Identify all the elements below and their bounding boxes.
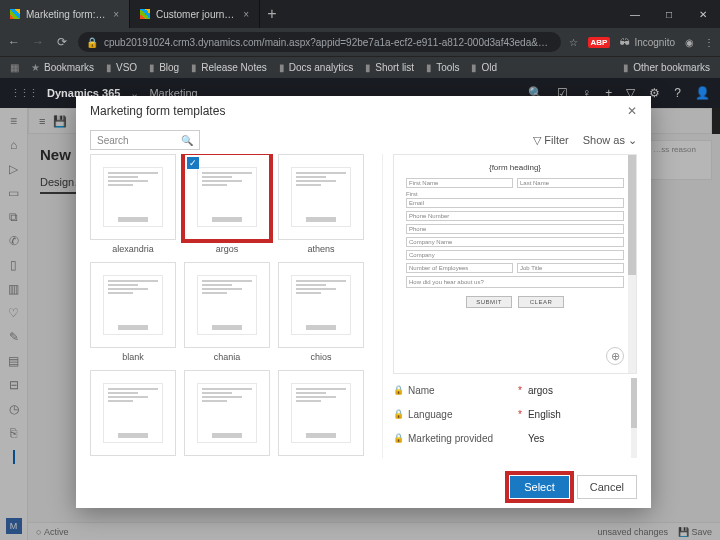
url-input[interactable]: 🔒 cpub20191024.crm3.dynamics.com/main.as… bbox=[78, 32, 561, 52]
showas-label: Show as bbox=[583, 134, 625, 146]
template-card[interactable]: chios bbox=[278, 262, 364, 362]
star-icon[interactable]: ☆ bbox=[569, 37, 578, 48]
template-thumb bbox=[90, 154, 176, 240]
incognito-icon: 🕶 bbox=[620, 37, 630, 48]
preview-field: Last Name bbox=[517, 178, 624, 188]
preview-field: Job Title bbox=[517, 263, 624, 273]
tab-close-icon[interactable]: × bbox=[243, 9, 249, 20]
forward-icon[interactable]: → bbox=[30, 35, 46, 49]
funnel-icon: ▽ bbox=[533, 134, 541, 146]
template-card[interactable]: blank bbox=[90, 262, 176, 362]
new-tab-button[interactable]: + bbox=[260, 0, 284, 28]
bookmark-label: Other bookmarks bbox=[633, 62, 710, 73]
browser-tab[interactable]: Customer journey: Information: × bbox=[130, 0, 260, 28]
tab-title: Marketing form: Information: Ne bbox=[26, 9, 107, 20]
template-label: athens bbox=[307, 244, 334, 254]
template-card[interactable]: ✓argos bbox=[184, 154, 270, 254]
favicon-icon bbox=[10, 9, 20, 19]
scrollbar-thumb[interactable] bbox=[631, 378, 637, 428]
back-icon[interactable]: ← bbox=[6, 35, 22, 49]
lock-icon: 🔒 bbox=[393, 385, 404, 395]
bookmark-item[interactable]: ▮Docs analytics bbox=[275, 62, 357, 73]
property-value[interactable]: Yes bbox=[528, 433, 544, 444]
star-icon: ★ bbox=[31, 62, 40, 73]
browser-tabstrip: Marketing form: Information: Ne × Custom… bbox=[0, 0, 720, 28]
filter-label: Filter bbox=[544, 134, 568, 146]
scrollbar[interactable] bbox=[628, 155, 636, 373]
filter-button[interactable]: ▽ Filter bbox=[533, 134, 569, 147]
bookmark-label: Short list bbox=[375, 62, 414, 73]
waffle-icon[interactable]: ⋮⋮⋮ bbox=[10, 87, 37, 100]
favicon-icon bbox=[140, 9, 150, 19]
template-card[interactable]: athens bbox=[278, 154, 364, 254]
property-row: 🔒Marketing providedYes bbox=[393, 426, 637, 450]
scrollbar[interactable] bbox=[631, 378, 637, 458]
preview-canvas: {form heading} First NameLast Name First… bbox=[393, 154, 637, 374]
user-icon[interactable]: 👤 bbox=[695, 86, 710, 100]
template-card[interactable]: heraklion bbox=[184, 370, 270, 458]
template-thumb bbox=[278, 370, 364, 456]
menu-icon[interactable]: ⋮ bbox=[704, 37, 714, 48]
property-value[interactable]: English bbox=[528, 409, 561, 420]
folder-icon: ▮ bbox=[279, 62, 285, 73]
property-value[interactable]: argos bbox=[528, 385, 553, 396]
bookmark-item[interactable]: ▮Tools bbox=[422, 62, 463, 73]
cancel-button[interactable]: Cancel bbox=[577, 475, 637, 499]
bookmark-label: Tools bbox=[436, 62, 459, 73]
maximize-icon[interactable]: □ bbox=[652, 0, 686, 28]
minimize-icon[interactable]: — bbox=[618, 0, 652, 28]
template-thumb bbox=[278, 154, 364, 240]
scrollbar-thumb[interactable] bbox=[628, 155, 636, 275]
search-input[interactable]: Search 🔍 bbox=[90, 130, 200, 150]
template-label: chania bbox=[214, 352, 241, 362]
lock-icon: 🔒 bbox=[393, 433, 404, 443]
template-gallery: alexandria✓argosathensblankchaniachiosco… bbox=[90, 154, 372, 458]
browser-tab[interactable]: Marketing form: Information: Ne × bbox=[0, 0, 130, 28]
bookmark-label: Bookmarks bbox=[44, 62, 94, 73]
check-icon: ✓ bbox=[187, 157, 199, 169]
preview-field: First Name bbox=[406, 178, 513, 188]
template-thumb bbox=[184, 370, 270, 456]
preview-field: Phone bbox=[406, 224, 624, 234]
abp-icon[interactable]: ABP bbox=[588, 37, 611, 48]
tab-close-icon[interactable]: × bbox=[113, 9, 119, 20]
url-text: cpub20191024.crm3.dynamics.com/main.aspx… bbox=[104, 37, 553, 48]
profile-icon[interactable]: ◉ bbox=[685, 37, 694, 48]
close-icon[interactable]: ✕ bbox=[627, 104, 637, 118]
tab-title: Customer journey: Information: bbox=[156, 9, 237, 20]
bookmark-item[interactable]: ▮Old bbox=[467, 62, 501, 73]
other-bookmarks[interactable]: ▮Other bookmarks bbox=[619, 62, 714, 73]
template-modal: Marketing form templates ✕ Search 🔍 ▽ Fi… bbox=[76, 96, 651, 508]
template-card[interactable]: kalamata bbox=[278, 370, 364, 458]
bookmarks-bar: ▦ ★Bookmarks ▮VSO ▮Blog ▮Release Notes ▮… bbox=[0, 56, 720, 78]
reload-icon[interactable]: ⟳ bbox=[54, 35, 70, 49]
template-thumb bbox=[90, 262, 176, 348]
folder-icon: ▮ bbox=[191, 62, 197, 73]
preview-clear: CLEAR bbox=[518, 296, 564, 308]
template-card[interactable]: alexandria bbox=[90, 154, 176, 254]
bookmark-item[interactable]: ★Bookmarks bbox=[27, 62, 98, 73]
property-row: 🔒Language*English bbox=[393, 402, 637, 426]
preview-field: Company bbox=[406, 250, 624, 260]
template-thumb bbox=[90, 370, 176, 456]
bookmark-item[interactable]: ▮VSO bbox=[102, 62, 141, 73]
template-thumb bbox=[278, 262, 364, 348]
template-card[interactable]: chania bbox=[184, 262, 270, 362]
preview-label: First bbox=[406, 191, 624, 197]
bookmark-item[interactable]: ▮Blog bbox=[145, 62, 183, 73]
select-button[interactable]: Select bbox=[510, 476, 569, 498]
template-card[interactable]: corfu bbox=[90, 370, 176, 458]
template-label: argos bbox=[216, 244, 239, 254]
search-icon: 🔍 bbox=[181, 135, 193, 146]
bookmark-item[interactable]: ▮Short list bbox=[361, 62, 418, 73]
help-icon[interactable]: ? bbox=[674, 86, 681, 100]
close-icon[interactable]: ✕ bbox=[686, 0, 720, 28]
zoom-icon[interactable]: ⊕ bbox=[606, 347, 624, 365]
bookmark-item[interactable]: ▮Release Notes bbox=[187, 62, 271, 73]
apps-button[interactable]: ▦ bbox=[6, 62, 23, 73]
showas-button[interactable]: Show as ⌄ bbox=[583, 134, 637, 147]
incognito-indicator[interactable]: 🕶 Incognito bbox=[620, 37, 675, 48]
preview-heading: {form heading} bbox=[406, 163, 624, 172]
preview-field: How did you hear about us? bbox=[406, 276, 624, 288]
folder-icon: ▮ bbox=[149, 62, 155, 73]
